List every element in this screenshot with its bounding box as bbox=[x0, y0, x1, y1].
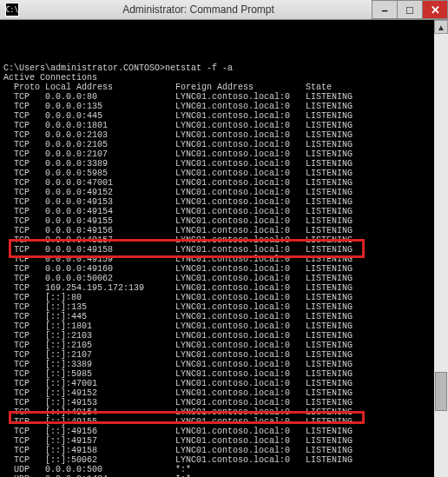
window-title: Administrator: Command Prompt bbox=[24, 3, 372, 16]
console-line: TCP [::]:47001 LYNC01.contoso.local:0 LI… bbox=[3, 379, 431, 388]
titlebar[interactable]: C:\ Administrator: Command Prompt – □ ✕ bbox=[0, 0, 448, 20]
console-line: TCP 0.0.0.0:49160 LYNC01.contoso.local:0… bbox=[3, 264, 431, 274]
scroll-thumb[interactable] bbox=[435, 372, 447, 411]
console-line: TCP [::]:135 LYNC01.contoso.local:0 LIST… bbox=[3, 302, 431, 312]
console-line: Active Connections bbox=[3, 73, 431, 83]
console-line: TCP [::]:49153 LYNC01.contoso.local:0 LI… bbox=[3, 398, 431, 407]
console-line: TCP 0.0.0.0:5985 LYNC01.contoso.local:0 … bbox=[3, 169, 431, 178]
console-line: TCP 0.0.0.0:49159 LYNC01.contoso.local:0… bbox=[3, 255, 431, 264]
console-line: TCP 0.0.0.0:49154 LYNC01.contoso.local:0… bbox=[3, 207, 431, 216]
console-line: TCP [::]:5985 LYNC01.contoso.local:0 LIS… bbox=[3, 369, 431, 379]
console-line: TCP 0.0.0.0:49156 LYNC01.contoso.local:0… bbox=[3, 226, 431, 235]
console-line: TCP 0.0.0.0:49152 LYNC01.contoso.local:0… bbox=[3, 188, 431, 197]
console-line: TCP 169.254.195.172:139 LYNC01.contoso.l… bbox=[3, 283, 431, 293]
scroll-up-button[interactable]: ▲ bbox=[434, 20, 448, 34]
console-line: TCP [::]:49154 LYNC01.contoso.local:0 LI… bbox=[3, 407, 431, 417]
window-controls: – □ ✕ bbox=[372, 0, 448, 19]
console-line: TCP [::]:445 LYNC01.contoso.local:0 LIST… bbox=[3, 312, 431, 321]
console-line: TCP [::]:2103 LYNC01.contoso.local:0 LIS… bbox=[3, 331, 431, 341]
console-line: TCP [::]:49158 LYNC01.contoso.local:0 LI… bbox=[3, 446, 431, 455]
console-line: TCP [::]:49152 LYNC01.contoso.local:0 LI… bbox=[3, 388, 431, 398]
console-line: TCP 0.0.0.0:1801 LYNC01.contoso.local:0 … bbox=[3, 121, 431, 130]
console-line: UDP 0.0.0.0:500 *:* bbox=[3, 465, 431, 474]
console-line: TCP 0.0.0.0:47001 LYNC01.contoso.local:0… bbox=[3, 178, 431, 188]
console-line: TCP [::]:3389 LYNC01.contoso.local:0 LIS… bbox=[3, 360, 431, 369]
console-line: TCP [::]:2107 LYNC01.contoso.local:0 LIS… bbox=[3, 350, 431, 360]
console-line: TCP 0.0.0.0:3389 LYNC01.contoso.local:0 … bbox=[3, 159, 431, 169]
console-line: TCP 0.0.0.0:2105 LYNC01.contoso.local:0 … bbox=[3, 140, 431, 149]
console-line: TCP [::]:49155 LYNC01.contoso.local:0 LI… bbox=[3, 417, 431, 427]
console-line: TCP 0.0.0.0:445 LYNC01.contoso.local:0 L… bbox=[3, 111, 431, 121]
console-line: TCP 0.0.0.0:49158 LYNC01.contoso.local:0… bbox=[3, 245, 431, 255]
scroll-track[interactable] bbox=[434, 34, 448, 477]
console-line: C:\Users\administrator.CONTOSO>netstat -… bbox=[3, 63, 431, 73]
console-line: TCP 0.0.0.0:49157 LYNC01.contoso.local:0… bbox=[3, 235, 431, 245]
console-line: TCP [::]:80 LYNC01.contoso.local:0 LISTE… bbox=[3, 293, 431, 302]
cmd-window: C:\ Administrator: Command Prompt – □ ✕ … bbox=[0, 0, 448, 477]
console-line: TCP [::]:49157 LYNC01.contoso.local:0 LI… bbox=[3, 436, 431, 446]
console-line: Proto Local Address Foreign Address Stat… bbox=[3, 83, 431, 92]
console-line: TCP [::]:49156 LYNC01.contoso.local:0 LI… bbox=[3, 427, 431, 436]
console-line: TCP [::]:2105 LYNC01.contoso.local:0 LIS… bbox=[3, 341, 431, 350]
scrollbar[interactable]: ▲ ▼ bbox=[434, 20, 448, 477]
console-line: TCP [::]:1801 LYNC01.contoso.local:0 LIS… bbox=[3, 321, 431, 331]
minimize-button[interactable]: – bbox=[372, 0, 398, 19]
console-line: TCP 0.0.0.0:2107 LYNC01.contoso.local:0 … bbox=[3, 149, 431, 159]
close-button[interactable]: ✕ bbox=[422, 0, 448, 19]
console-line: TCP 0.0.0.0:2103 LYNC01.contoso.local:0 … bbox=[3, 130, 431, 140]
maximize-button[interactable]: □ bbox=[397, 0, 423, 19]
console-line: TCP 0.0.0.0:80 LYNC01.contoso.local:0 LI… bbox=[3, 92, 431, 102]
console-body: C:\Users\administrator.CONTOSO>netstat -… bbox=[0, 20, 448, 477]
cmd-icon: C:\ bbox=[5, 3, 19, 17]
console-line: TCP 0.0.0.0:49153 LYNC01.contoso.local:0… bbox=[3, 197, 431, 207]
console-line: TCP 0.0.0.0:49155 LYNC01.contoso.local:0… bbox=[3, 216, 431, 226]
console-line: TCP [::]:50062 LYNC01.contoso.local:0 LI… bbox=[3, 455, 431, 465]
console-line: TCP 0.0.0.0:135 LYNC01.contoso.local:0 L… bbox=[3, 102, 431, 111]
console-output[interactable]: C:\Users\administrator.CONTOSO>netstat -… bbox=[0, 20, 434, 477]
console-line: TCP 0.0.0.0:50062 LYNC01.contoso.local:0… bbox=[3, 274, 431, 283]
